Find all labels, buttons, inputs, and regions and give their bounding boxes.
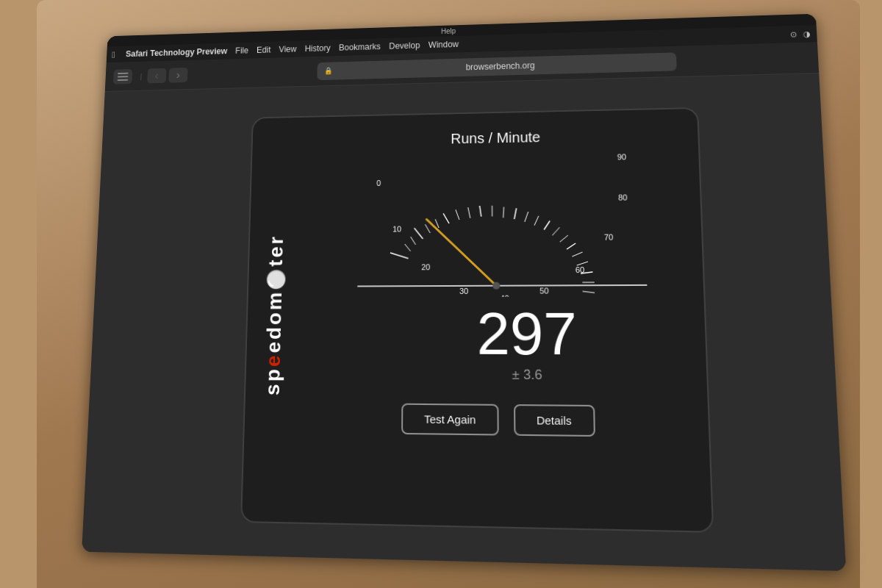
help-label: Help [441, 27, 456, 35]
app-name: Safari Technology Preview [126, 46, 228, 59]
svg-text:10: 10 [392, 224, 401, 233]
svg-line-12 [480, 206, 481, 217]
svg-line-61 [426, 218, 496, 286]
svg-line-19 [552, 227, 559, 235]
svg-text:60: 60 [576, 265, 585, 274]
gauge-title: Runs / Minute [451, 129, 540, 147]
svg-point-62 [492, 282, 500, 290]
svg-line-22 [572, 252, 582, 257]
vertical-label-container: speedom⚪ter [248, 118, 301, 522]
speed-text2: edom [262, 290, 286, 354]
svg-line-8 [435, 219, 439, 228]
svg-rect-1 [118, 76, 129, 77]
score-number: 297 [476, 304, 577, 365]
score-margin: ± 3.6 [512, 367, 542, 383]
sidebar-toggle[interactable] [113, 69, 132, 85]
svg-text:90: 90 [617, 152, 627, 161]
svg-line-6 [415, 228, 423, 239]
back-button[interactable]: ‹ [147, 68, 166, 83]
menu-edit[interactable]: Edit [257, 45, 271, 54]
forward-button[interactable]: › [168, 67, 187, 82]
menu-window[interactable]: Window [429, 40, 459, 50]
svg-text:70: 70 [604, 232, 614, 241]
menu-view[interactable]: View [279, 44, 296, 54]
svg-line-3 [390, 253, 409, 259]
svg-line-21 [567, 243, 576, 249]
svg-text:40: 40 [500, 294, 509, 298]
gauge-container: 0 10 20 30 40 50 60 70 80 90 [315, 148, 686, 297]
svg-line-15 [514, 208, 517, 219]
svg-line-9 [443, 213, 449, 223]
svg-rect-0 [118, 72, 129, 74]
menu-file[interactable]: File [235, 46, 248, 55]
divider: | [140, 72, 142, 80]
svg-line-7 [425, 224, 430, 233]
test-again-button[interactable]: Test Again [402, 404, 499, 436]
o-text: e [262, 353, 284, 367]
svg-line-5 [411, 237, 416, 245]
main-content: Runs / Minute [295, 109, 710, 457]
svg-line-11 [468, 207, 470, 218]
meter-text: ter [265, 234, 287, 267]
svg-line-10 [456, 209, 459, 220]
vertical-app-name: speedom⚪ter [261, 234, 287, 395]
apple-logo:  [112, 49, 115, 60]
svg-rect-2 [118, 79, 129, 80]
svg-line-26 [583, 291, 595, 293]
svg-line-17 [534, 216, 539, 226]
svg-line-14 [503, 207, 504, 218]
svg-text:30: 30 [459, 287, 468, 295]
menu-history[interactable]: History [305, 43, 331, 54]
url-text: browserbench.org [337, 57, 670, 76]
laptop-body: Help  Safari Technology Preview File Ed… [37, 0, 860, 588]
speed-text: sp [261, 367, 284, 395]
lock-icon: 🔒 [324, 67, 332, 74]
svg-text:80: 80 [618, 193, 628, 201]
svg-line-4 [405, 244, 411, 251]
address-bar[interactable]: 🔒 browserbench.org [318, 52, 677, 80]
svg-text:20: 20 [421, 262, 430, 271]
menu-bar-right: ⊙◑ [790, 29, 811, 39]
gauge-needle [426, 218, 500, 290]
o-emblem: ⚪ [267, 266, 287, 290]
browser-content: speedom⚪ter Runs / Minute [82, 74, 846, 571]
menu-develop[interactable]: Develop [389, 40, 420, 51]
svg-line-18 [544, 221, 550, 230]
svg-line-20 [560, 235, 568, 242]
gauge-labels: 0 10 20 30 40 50 60 70 80 90 [376, 152, 631, 297]
svg-text:0: 0 [376, 179, 381, 187]
details-button[interactable]: Details [514, 404, 595, 437]
speedometer-widget: speedom⚪ter Runs / Minute [240, 107, 714, 533]
score-area: 297 ± 3.6 [476, 304, 578, 384]
gauge-svg: 0 10 20 30 40 50 60 70 80 90 [315, 148, 686, 297]
screen-bezel: Help  Safari Technology Preview File Ed… [82, 14, 846, 571]
button-row: Test Again Details [402, 404, 595, 437]
svg-text:50: 50 [539, 286, 549, 295]
svg-line-16 [525, 212, 528, 222]
gauge-baseline [357, 285, 647, 287]
menu-bookmarks[interactable]: Bookmarks [339, 42, 381, 53]
